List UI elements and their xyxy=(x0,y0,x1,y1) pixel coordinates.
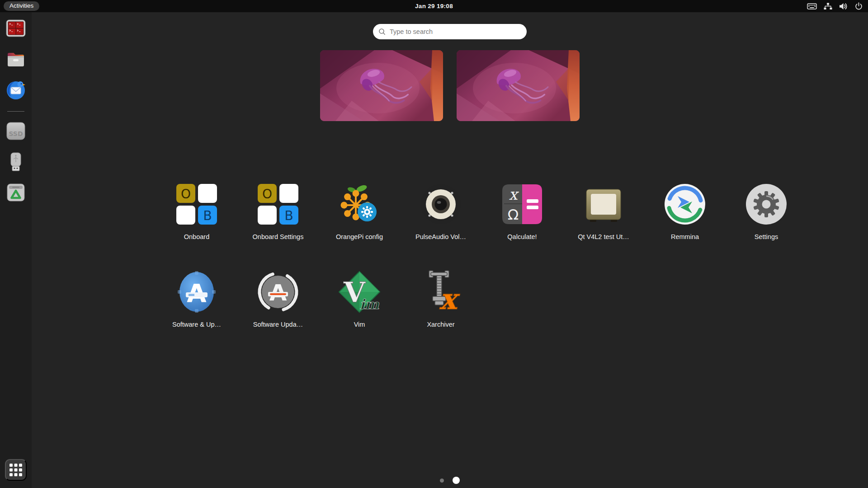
app-onboard-settings[interactable]: O B Onboard Settings xyxy=(244,183,312,240)
search-icon xyxy=(378,28,386,35)
app-xarchiver[interactable]: x Xarchiver xyxy=(407,270,475,328)
app-label: Qalculate! xyxy=(507,233,537,240)
workspace-thumbnail-1[interactable] xyxy=(320,50,443,121)
workspace-thumbnails xyxy=(320,50,580,121)
app-label: Onboard Settings xyxy=(253,233,304,240)
activities-button[interactable]: Activities xyxy=(4,1,39,11)
svg-text:B: B xyxy=(284,208,293,223)
volume-icon[interactable] xyxy=(839,3,848,10)
app-label: Software Upda… xyxy=(253,321,303,328)
page-dot-2-active[interactable] xyxy=(453,477,460,484)
app-label: Software & Up… xyxy=(172,321,221,328)
search-bar[interactable] xyxy=(373,24,527,39)
app-qalculate[interactable]: x Ω Qalculate! xyxy=(488,183,556,240)
ssd-label: SSD xyxy=(9,130,23,137)
usb-drive-icon[interactable] xyxy=(5,151,26,172)
orangepi-config-icon xyxy=(338,183,381,226)
clock[interactable]: Jan 29 19:08 xyxy=(415,3,453,9)
app-label: PulseAudio Vol… xyxy=(415,233,466,240)
pulseaudio-speaker-icon xyxy=(419,183,462,226)
svg-text:B: B xyxy=(203,208,212,223)
app-label: Settings xyxy=(755,233,778,240)
app-grid: O B Onboard O B Onboard Settings xyxy=(163,183,800,328)
show-apps-button[interactable] xyxy=(5,459,27,481)
activities-overview: O B Onboard O B Onboard Settings xyxy=(32,12,868,488)
app-label: Remmina xyxy=(671,233,699,240)
xarchiver-icon: x xyxy=(419,270,462,314)
keyboard-icon[interactable] xyxy=(807,3,817,10)
thunderbird-icon[interactable] xyxy=(5,80,26,100)
power-icon[interactable] xyxy=(855,2,863,10)
software-updater-icon: A xyxy=(256,270,300,314)
show-apps-grid-icon xyxy=(9,463,23,477)
ssd-drive-icon[interactable]: SSD xyxy=(5,121,26,141)
svg-text:O: O xyxy=(262,187,272,202)
page-dot-1[interactable] xyxy=(440,479,444,483)
app-software-updater[interactable]: A Software Upda… xyxy=(244,270,312,328)
vim-icon: V im xyxy=(338,270,381,314)
workspace-thumbnail-2[interactable] xyxy=(457,50,580,121)
svg-text:x: x xyxy=(439,282,460,314)
app-remmina[interactable]: Remmina xyxy=(651,183,719,240)
dock: SSD xyxy=(0,12,32,488)
page-indicator xyxy=(440,477,460,484)
qalculate-icon: x Ω xyxy=(500,183,544,226)
qt-v4l2-tv-icon xyxy=(582,183,625,226)
app-label: Vim xyxy=(354,321,365,328)
app-label: OrangePi config xyxy=(336,233,383,240)
software-updates-icon: A xyxy=(175,270,218,314)
app-label: Qt V4L2 test Ut… xyxy=(578,233,629,240)
network-wired-icon[interactable] xyxy=(824,3,832,10)
app-pulseaudio[interactable]: PulseAudio Vol… xyxy=(407,183,475,240)
app-qt-v4l2[interactable]: Qt V4L2 test Ut… xyxy=(570,183,637,240)
app-orangepi-config[interactable]: OrangePi config xyxy=(326,183,393,240)
recycle-drive-icon[interactable] xyxy=(5,182,26,203)
onboard-settings-icon: O B xyxy=(256,183,300,226)
dock-separator xyxy=(7,111,24,112)
app-onboard[interactable]: O B Onboard xyxy=(163,183,231,240)
terminator-terminal-icon[interactable] xyxy=(5,18,26,39)
system-tray xyxy=(807,0,863,12)
app-settings[interactable]: Settings xyxy=(732,183,800,240)
svg-text:im: im xyxy=(359,296,379,312)
app-label: Xarchiver xyxy=(427,321,454,328)
app-vim[interactable]: V im Vim xyxy=(326,270,393,328)
remmina-icon xyxy=(663,183,707,226)
onboard-icon: O B xyxy=(175,183,218,226)
settings-gear-icon xyxy=(745,183,788,226)
svg-text:Ω: Ω xyxy=(508,206,519,223)
svg-text:O: O xyxy=(181,187,191,202)
app-software-updates[interactable]: A Software & Up… xyxy=(163,270,231,328)
app-label: Onboard xyxy=(184,233,209,240)
search-input[interactable] xyxy=(390,28,521,35)
files-folder-icon[interactable] xyxy=(5,49,26,70)
top-bar: Activities Jan 29 19:08 xyxy=(0,0,868,12)
